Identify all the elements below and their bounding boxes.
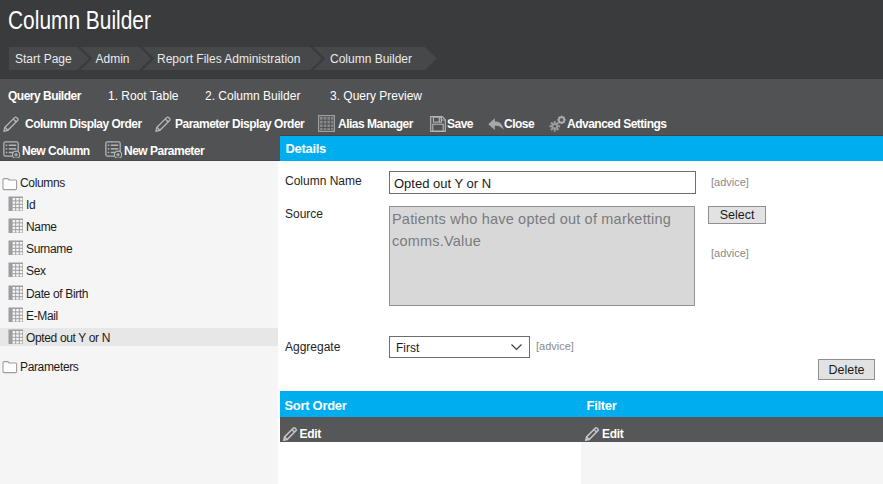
svg-text:Start Page: Start Page: [15, 52, 72, 66]
svg-text:Report Files Administration: Report Files Administration: [157, 52, 300, 66]
svg-text:Column Builder: Column Builder: [330, 52, 412, 66]
svg-text:Admin: Admin: [96, 52, 130, 66]
